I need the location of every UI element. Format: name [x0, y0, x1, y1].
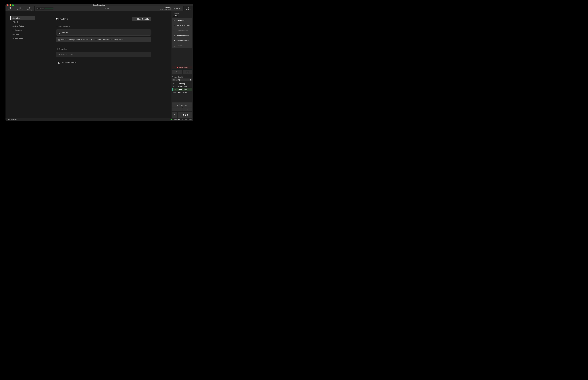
undo-icon: [176, 71, 178, 73]
cue-name: Second Song: [178, 85, 187, 87]
sidebar-item-midi-io[interactable]: MIDI IO: [10, 20, 35, 24]
content: Showfiles MIDI IO System Status Performa…: [5, 11, 193, 118]
topbar-right: Default Autosaved EDIT MODE System: [160, 6, 193, 11]
svg-rect-7: [29, 7, 30, 8]
maximize-window-button[interactable]: [12, 4, 14, 6]
nav-tab-home[interactable]: Home: [5, 6, 15, 11]
dsp-bar: [45, 9, 53, 9]
new-showfile-button[interactable]: New Showfile: [132, 17, 151, 21]
action-label: Save Copy: [177, 19, 185, 21]
auto-update-toggle[interactable]: Auto Update: [172, 66, 193, 69]
chevron-up-icon: [176, 108, 178, 110]
current-showfile-card[interactable]: Default: [56, 30, 151, 36]
nav-tab-library[interactable]: Library: [25, 6, 35, 11]
save-copy-button[interactable]: Save Copy: [172, 18, 193, 23]
svg-rect-20: [187, 72, 188, 73]
cue-item-active[interactable]: Q 3 Third Song: [172, 88, 192, 91]
nav-tab-system[interactable]: System: [183, 6, 193, 11]
statusbar: Load Showfile! Connected 192.168.2.100: [5, 118, 193, 121]
current-showfile-label: Current Showfile: [56, 25, 151, 28]
file-icon: [58, 32, 60, 34]
list-icon: [19, 7, 21, 9]
autosaved-status: Autosaved: [160, 9, 170, 11]
updown-icon: [190, 79, 191, 81]
go-cue-label: Q 4: [185, 114, 188, 116]
sidebar-item-software[interactable]: Software: [10, 32, 35, 36]
sidebar-item-showfiles[interactable]: Showfiles: [10, 16, 35, 20]
record-cue-button[interactable]: Record Cue: [172, 103, 193, 107]
sidebar-left: Showfiles MIDI IO System Status Performa…: [5, 11, 36, 118]
sidebar-item-performance[interactable]: Performance: [10, 28, 35, 32]
right-panel-actions: Save Copy Rename Showfile Load Showfile …: [172, 18, 193, 48]
cue-next-button[interactable]: [182, 107, 193, 111]
showfile-list-item[interactable]: Another Showfile: [56, 60, 151, 65]
file-icon: [58, 39, 60, 40]
delete-showfile-button[interactable]: Delete: [172, 43, 193, 48]
svg-line-11: [59, 55, 60, 55]
import-showfile-button[interactable]: Import Showfile: [172, 33, 193, 38]
cue-prev-button[interactable]: [172, 107, 182, 111]
cue-item[interactable]: Q 2 Second Song: [172, 85, 192, 88]
cue-number: Q 1: [173, 83, 176, 85]
go-back-button[interactable]: [172, 112, 177, 118]
cue-list: Q 1 First Song Q 2 Second Song Q 3 Third…: [172, 82, 193, 103]
go-button[interactable]: Q 4: [178, 112, 193, 118]
svg-rect-5: [20, 8, 21, 9]
dsp-load-indicator: DSP Load: [36, 7, 54, 10]
titlebar: transform.client: [5, 4, 193, 6]
briefcase-icon: [29, 7, 31, 9]
delete-icon: [174, 45, 175, 47]
main-area: Showfiles New Showfile Current Showfile …: [36, 11, 171, 118]
fire-icon: [182, 114, 184, 116]
connection-status: Connected: [173, 119, 180, 120]
edit-mode-button[interactable]: EDIT MODE: [170, 7, 182, 10]
save-icon: [174, 19, 175, 21]
rename-showfile-button[interactable]: Rename Showfile: [172, 23, 193, 28]
cue-name: Third Song: [178, 88, 187, 90]
load-showfile-button[interactable]: Load Showfile: [172, 28, 193, 33]
page-title: Showfiles: [56, 18, 68, 21]
cue-name: First Song: [178, 83, 185, 85]
connection-dot-icon: [171, 119, 172, 120]
showfile-item-name: Another Showfile: [62, 61, 76, 64]
cue-item[interactable]: Q 1 First Song: [172, 82, 192, 85]
dsp-label: DSP Load: [37, 8, 44, 10]
right-panel-showfile-name: Default: [172, 15, 193, 18]
record-cue-label: Record Cue: [179, 104, 187, 106]
sidebar-item-system-reset[interactable]: System Reset: [10, 37, 35, 40]
file-icon: [58, 62, 60, 64]
window-title: transform.client: [5, 4, 193, 6]
nav-tab-cuelists[interactable]: Cuelists: [15, 6, 25, 11]
topbar-center: [54, 6, 160, 11]
cue-item-next[interactable]: Q 4 Fourth Song: [172, 91, 192, 94]
status-message: Load Showfile!: [7, 119, 17, 120]
sidebar-item-system-status[interactable]: System Status: [10, 24, 35, 28]
minimize-window-button[interactable]: [10, 4, 11, 6]
cuelist-ql: QL 1: [173, 79, 177, 81]
plus-icon: [134, 18, 136, 20]
cuelist-select[interactable]: QL 1 FOH: [172, 78, 193, 81]
svg-rect-19: [187, 71, 188, 72]
export-showfile-button[interactable]: Export Showfile: [172, 38, 193, 43]
action-label: Rename Showfile: [177, 24, 190, 26]
nav-tab-label: Home: [8, 9, 12, 11]
note-text: Note that changes made to the currently …: [61, 39, 124, 41]
filter-box[interactable]: [56, 52, 151, 57]
svg-rect-4: [19, 8, 19, 9]
cue-name: Fourth Song: [178, 92, 187, 93]
topbar: Home Cuelists Library DSP Load: [5, 6, 193, 11]
showfile-info: Default Autosaved: [160, 7, 170, 11]
app-window: transform.client Home Cuelists Library: [5, 4, 193, 121]
upload-icon: [174, 40, 175, 42]
svg-rect-14: [174, 20, 175, 21]
filter-input[interactable]: [61, 54, 149, 56]
action-label: Import Showfile: [177, 35, 189, 37]
app-logo-icon: [105, 7, 109, 10]
close-window-button[interactable]: [7, 4, 9, 6]
cue-number: Q 2: [173, 86, 176, 87]
file-icon: [160, 9, 162, 10]
save-button[interactable]: [183, 70, 193, 75]
pencil-icon: [174, 25, 175, 26]
undo-button[interactable]: [172, 70, 182, 75]
cue-number: Q 4: [174, 92, 176, 93]
